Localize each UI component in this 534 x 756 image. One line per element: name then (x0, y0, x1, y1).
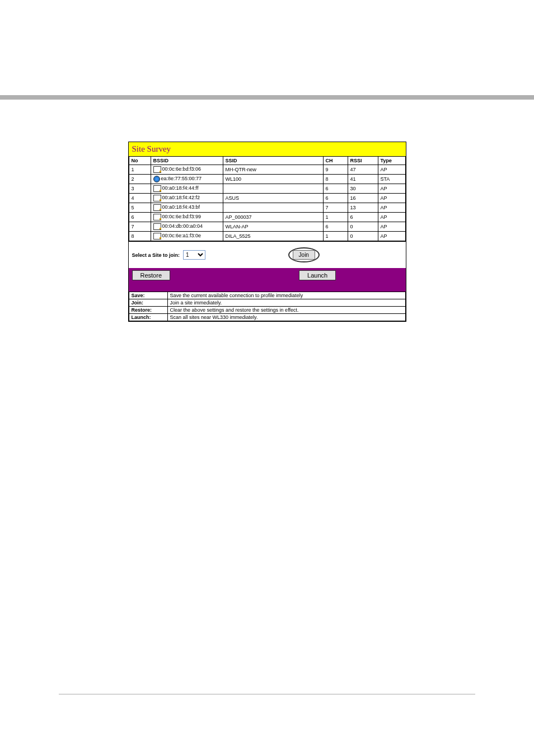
cell-bssid: 00:a0:18:f4:44:ff (151, 184, 223, 194)
col-ch: CH (323, 157, 348, 165)
cell-ch: 6 (323, 222, 348, 232)
cell-type: AP (378, 194, 405, 203)
col-bssid: BSSID (151, 157, 223, 165)
site-select[interactable]: 1 (183, 250, 205, 260)
launch-button[interactable]: Launch (299, 270, 336, 280)
cell-ch: 1 (323, 232, 348, 241)
desc-text: Scan all sites near WL330 immediately. (167, 314, 405, 321)
ap-icon (153, 214, 161, 220)
desc-label: Launch: (129, 314, 167, 321)
join-highlight: Join (288, 247, 320, 262)
cell-bssid: 00:0c:6e:a1:f3:0e (151, 232, 223, 241)
cell-rssi: 41 (348, 175, 378, 184)
cell-type: STA (378, 175, 405, 184)
cell-type: AP (378, 184, 405, 194)
cell-no: 4 (129, 194, 151, 203)
cell-type: AP (378, 203, 405, 213)
cell-rssi: 30 (348, 184, 378, 194)
desc-label: Save: (129, 292, 167, 299)
description-table: Save:Save the current available connecti… (129, 292, 406, 321)
cell-ch: 1 (323, 213, 348, 222)
cell-ssid: MH-QTR-new (223, 165, 323, 175)
cell-ssid (223, 184, 323, 194)
cell-rssi: 16 (348, 194, 378, 203)
cell-no: 3 (129, 184, 151, 194)
cell-rssi: 0 (348, 232, 378, 241)
desc-row: Join:Join a site immediately. (129, 299, 405, 307)
cell-bssid: 00:04:db:00:a0:04 (151, 222, 223, 232)
site-survey-panel: Site Survey No BSSID SSID CH RSSI Type 1… (128, 142, 406, 322)
cell-ch: 7 (323, 203, 348, 213)
panel-title: Site Survey (129, 142, 406, 156)
cell-rssi: 6 (348, 213, 378, 222)
table-row[interactable]: 300:a0:18:f4:44:ff630AP (129, 184, 405, 194)
cell-no: 8 (129, 232, 151, 241)
cell-ch: 6 (323, 184, 348, 194)
ap-icon (153, 195, 161, 201)
cell-ssid: AP_000037 (223, 213, 323, 222)
select-row: Select a Site to join: 1 Join (129, 241, 406, 268)
desc-row: Restore:Clear the above settings and res… (129, 307, 405, 314)
ap-icon (153, 223, 161, 230)
table-row[interactable]: 500:a0:18:f4:43:bf713AP (129, 203, 405, 213)
survey-table: No BSSID SSID CH RSSI Type 100:0c:6e:bd:… (129, 156, 406, 241)
ap-icon (153, 166, 161, 173)
desc-text: Join a site immediately. (167, 299, 405, 307)
station-icon (153, 176, 160, 182)
cell-bssid: 00:a0:18:f4:43:bf (151, 203, 223, 213)
cell-ssid: WL100 (223, 175, 323, 184)
cell-ssid: WLAN-AP (223, 222, 323, 232)
select-label: Select a Site to join: (132, 252, 180, 258)
desc-label: Restore: (129, 307, 167, 314)
col-type: Type (378, 157, 405, 165)
cell-ch: 9 (323, 165, 348, 175)
cell-no: 1 (129, 165, 151, 175)
cell-no: 7 (129, 222, 151, 232)
action-bar: Restore Launch (129, 268, 406, 292)
cell-type: AP (378, 232, 405, 241)
ap-icon (153, 233, 161, 240)
col-ssid: SSID (223, 157, 323, 165)
cell-type: AP (378, 165, 405, 175)
restore-button[interactable]: Restore (132, 270, 171, 280)
desc-text: Clear the above settings and restore the… (167, 307, 405, 314)
cell-ch: 8 (323, 175, 348, 184)
cell-rssi: 13 (348, 203, 378, 213)
top-divider (0, 95, 534, 100)
cell-ssid: DILA_5525 (223, 232, 323, 241)
cell-bssid: 00:0c:6e:bd:f3:99 (151, 213, 223, 222)
desc-row: Launch:Scan all sites near WL330 immedia… (129, 314, 405, 321)
table-row[interactable]: 400:a0:18:f4:42:f2ASUS616AP (129, 194, 405, 203)
desc-label: Join: (129, 299, 167, 307)
cell-rssi: 47 (348, 165, 378, 175)
table-row[interactable]: 800:0c:6e:a1:f3:0eDILA_552510AP (129, 232, 405, 241)
table-row[interactable]: 100:0c:6e:bd:f3:06MH-QTR-new947AP (129, 165, 405, 175)
bottom-divider (59, 694, 475, 694)
cell-no: 6 (129, 213, 151, 222)
cell-bssid: 00:a0:18:f4:42:f2 (151, 194, 223, 203)
desc-row: Save:Save the current available connecti… (129, 292, 405, 299)
cell-no: 5 (129, 203, 151, 213)
cell-ssid: ASUS (223, 194, 323, 203)
ap-icon (153, 185, 161, 192)
table-row[interactable]: 2ea:8e:77:55:00:77WL100841STA (129, 175, 405, 184)
cell-ssid (223, 203, 323, 213)
desc-text: Save the current available connection to… (167, 292, 405, 299)
cell-no: 2 (129, 175, 151, 184)
cell-type: AP (378, 213, 405, 222)
ap-icon (153, 204, 161, 211)
cell-bssid: ea:8e:77:55:00:77 (151, 175, 223, 184)
table-row[interactable]: 700:04:db:00:a0:04WLAN-AP60AP (129, 222, 405, 232)
col-no: No (129, 157, 151, 165)
cell-rssi: 0 (348, 222, 378, 232)
cell-ch: 6 (323, 194, 348, 203)
table-row[interactable]: 600:0c:6e:bd:f3:99AP_00003716AP (129, 213, 405, 222)
cell-bssid: 00:0c:6e:bd:f3:06 (151, 165, 223, 175)
cell-type: AP (378, 222, 405, 232)
col-rssi: RSSI (348, 157, 378, 165)
join-button[interactable]: Join (293, 250, 315, 260)
